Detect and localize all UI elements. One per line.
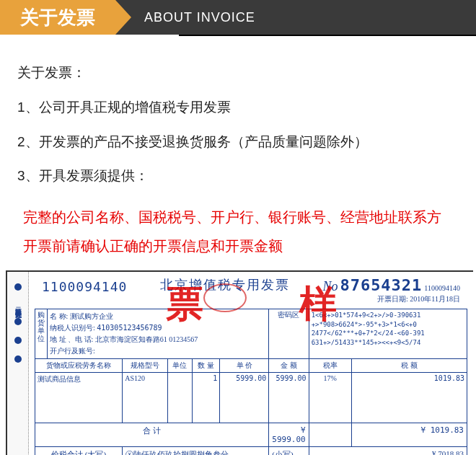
col-rate: 税率: [309, 359, 351, 373]
col-spec: 规格型号: [123, 359, 167, 373]
col-tax: 税 额: [351, 359, 467, 373]
red-requirements: 完整的公司名称、国税税号、开户行、银行账号、经营地址联系方 开票前请确认正确的开…: [0, 195, 476, 268]
invoice-body: 1100094140 北京增值税专用发票 No 87654321 1100094…: [29, 272, 473, 455]
item-spec: AS120: [123, 373, 167, 423]
item-price: 5999.00: [220, 373, 269, 423]
policy-line-1: 1、公司开具正规的增值税专用发票: [17, 92, 459, 123]
invoice-no: 87654321: [340, 276, 422, 294]
perf-dot: [14, 337, 22, 344]
intro-text: 关于发票：: [17, 58, 459, 88]
buyer-addr: 北京市海淀区知春路61 01234567: [95, 335, 198, 343]
policy-line-2: 2、开发票的产品不接受退换货服务（产品质量问题除外）: [17, 127, 459, 157]
header-title-cn: 关于发票: [0, 0, 115, 35]
perf-dot: [14, 318, 22, 325]
policy-line-3: 3、开具发票须提供：: [17, 161, 459, 191]
seal-icon: [203, 283, 247, 312]
total-small: ¥ 7018.83: [309, 447, 467, 455]
buyer-name: 测试购方企业: [70, 312, 113, 320]
cipher-area: 1<6<+>01*574+9<2+>/>0-390631 +>*908>6624…: [309, 309, 467, 359]
item-qty: 1: [193, 373, 220, 423]
buyer-bank-label: 开户行及账号:: [50, 347, 95, 355]
invoice-sample: 第二联 发票联 购买方记账凭证 1100094140 北京增值税专用发票 No …: [6, 270, 473, 455]
invoice-title: 北京增值税专用发票: [160, 276, 290, 293]
invoice-no-small: 1100094140: [424, 284, 460, 292]
total-label: 价税合计 (大写): [35, 447, 123, 455]
total-row: 价税合计 (大写) ⓧ陆仟玖佰玖拾捌圆捌角叁分 (小写) ¥ 7018.83: [35, 447, 467, 455]
buyer-addr-label: 地 址 、电 话:: [50, 335, 93, 343]
invoice-number-block: No 87654321 1100094140 开票日期: 2010年11月18日: [322, 276, 460, 304]
buyer-tax-label: 纳税人识别号:: [50, 324, 95, 332]
sum-tax: ¥ 1019.83: [351, 423, 467, 447]
buyer-info: 名 称: 测试购方企业 纳税人识别号: 410305123456789 地 址 …: [48, 309, 269, 359]
col-amount: 金 额: [269, 359, 309, 373]
sum-label: 合 计: [35, 423, 269, 447]
buyer-label: 购货单位: [35, 309, 48, 359]
cipher-label: 密码区: [269, 309, 309, 359]
buyer-tax: 410305123456789: [97, 324, 162, 332]
item-header-row: 货物或应税劳务名称 规格型号 单位 数 量 单 价 金 额 税率 税 额: [35, 359, 467, 373]
item-amount: 5999.00: [269, 373, 309, 423]
header-bar: 关于发票 ABOUT INVOICE: [0, 0, 476, 35]
perforation-strip: 第二联 发票联 购买方记账凭证: [7, 272, 29, 455]
red-line-1: 完整的公司名称、国税税号、开户行、银行账号、经营地址联系方: [23, 203, 453, 231]
red-line-2: 开票前请确认正确的开票信息和开票金额: [23, 231, 453, 260]
item-tax: 1019.83: [351, 373, 467, 423]
header-title-en: ABOUT INVOICE: [144, 10, 255, 25]
invoice-date: 2010年11月18日: [410, 295, 460, 303]
sum-amount: ¥ 5999.00: [269, 423, 309, 447]
date-label: 开票日期:: [377, 295, 408, 303]
invoice-table: 购货单位 名 称: 测试购方企业 纳税人识别号: 410305123456789…: [35, 309, 467, 455]
col-qty: 数 量: [193, 359, 220, 373]
no-label: No: [322, 279, 338, 293]
total-small-label: (小写): [269, 447, 309, 455]
buyer-name-label: 名 称:: [50, 312, 68, 320]
item-unit: [167, 373, 193, 423]
item-row: 测试商品信息 AS120 1 5999.00 5999.00 17% 1019.…: [35, 373, 467, 423]
col-goods: 货物或应税劳务名称: [35, 359, 123, 373]
invoice-code: 1100094140: [42, 279, 127, 294]
perf-dot: [14, 355, 22, 363]
col-unit: 单位: [167, 359, 193, 373]
sum-row: 合 计 ¥ 5999.00 ¥ 1019.83: [35, 423, 467, 447]
perf-text: 第二联 发票联 购买方记账凭证: [13, 302, 22, 306]
col-price: 单 价: [220, 359, 269, 373]
total-cn: ⓧ陆仟玖佰玖拾捌圆捌角叁分: [123, 447, 269, 455]
item-rate: 17%: [309, 373, 351, 423]
item-goods: 测试商品信息: [35, 373, 123, 423]
content-block: 关于发票： 1、公司开具正规的增值税专用发票 2、开发票的产品不接受退换货服务（…: [0, 36, 476, 191]
perf-dot: [14, 283, 22, 291]
chevron-right-icon: [115, 0, 131, 35]
